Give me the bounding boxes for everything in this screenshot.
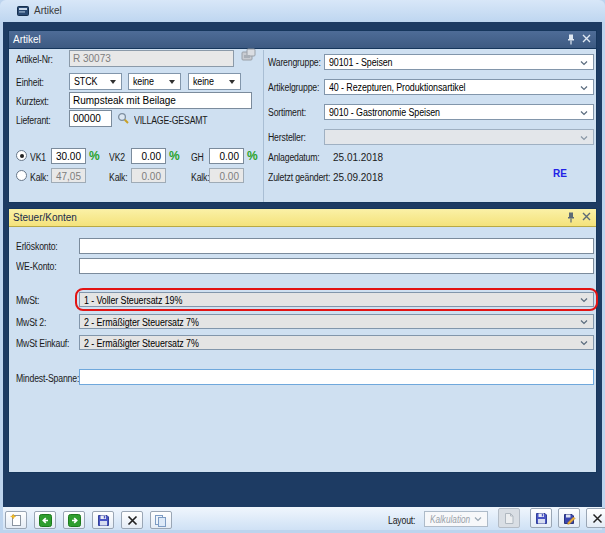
kurztext-label: Kurztext: bbox=[16, 96, 49, 107]
kalk2-field: 0.00 bbox=[131, 168, 166, 183]
warengruppe-label: Warengruppe: bbox=[268, 57, 321, 68]
dropdown-arrow-icon bbox=[110, 80, 116, 84]
delete-x-icon bbox=[126, 514, 139, 527]
delete-record-button[interactable] bbox=[121, 511, 143, 529]
panel-steuer-title: Steuer/Konten bbox=[13, 212, 77, 223]
panel-steuer-header: Steuer/Konten bbox=[9, 209, 596, 227]
vk2-label: VK2 bbox=[109, 152, 125, 163]
panel-artikel: Artikel Artikel-Nr: R 30073 Einheit: STC… bbox=[8, 30, 597, 203]
edit-layout-button[interactable] bbox=[558, 508, 580, 528]
zuletzt-geaendert-label: Zuletzt geändert: bbox=[268, 172, 330, 183]
page-icon bbox=[503, 512, 515, 525]
close-x-icon bbox=[591, 512, 604, 525]
window-title: Artikel bbox=[34, 5, 62, 16]
mwst2-label: MwSt 2: bbox=[16, 317, 46, 328]
arrow-left-icon bbox=[39, 514, 52, 527]
vk2-field[interactable]: 0.00 bbox=[131, 148, 166, 164]
chevron-down-icon bbox=[474, 515, 482, 523]
artikel-nr-field: R 30073 bbox=[69, 50, 234, 67]
article-card-icon[interactable] bbox=[241, 48, 257, 62]
close-layout-button[interactable] bbox=[586, 508, 605, 528]
hersteller-label: Hersteller: bbox=[268, 132, 306, 143]
kalk3-field: 0.00 bbox=[209, 168, 244, 183]
mwst-combo[interactable]: 1 - Voller Steuersatz 19% bbox=[79, 292, 594, 307]
save-edit-icon bbox=[563, 512, 576, 525]
gh-label: GH bbox=[191, 152, 204, 163]
chevron-down-icon bbox=[580, 59, 588, 67]
chevron-down-icon bbox=[580, 296, 588, 304]
anlagedatum-value: 25.01.2018 bbox=[333, 152, 383, 163]
we-konto-field[interactable] bbox=[79, 258, 594, 274]
mindest-spanne-label: Mindest-Spanne: bbox=[16, 373, 79, 384]
kalk2-label: Kalk: bbox=[109, 172, 127, 183]
mwst-einkauf-label: MwSt Einkauf: bbox=[16, 338, 69, 349]
save-record-button[interactable] bbox=[92, 511, 114, 529]
lieferant-label: Lieferant: bbox=[16, 115, 51, 126]
copy-record-button[interactable] bbox=[150, 511, 172, 529]
app-icon bbox=[17, 5, 31, 17]
layout-label: Layout: bbox=[388, 515, 415, 526]
arrow-right-icon bbox=[68, 514, 81, 527]
erloeskonto-label: Erlöskonto: bbox=[16, 241, 58, 252]
save-layout-button[interactable] bbox=[530, 508, 552, 528]
mindest-spanne-field[interactable] bbox=[79, 369, 594, 385]
close-panel-icon[interactable] bbox=[582, 212, 591, 223]
window-titlebar[interactable]: Artikel bbox=[0, 0, 605, 22]
erloeskonto-field[interactable] bbox=[79, 238, 594, 254]
artikelgruppe-combo[interactable]: 40 - Rezepturen, Produktionsartikel bbox=[324, 79, 594, 95]
window-artikel: Artikel Artikel Artikel-Nr: R 30073 Einh… bbox=[0, 0, 605, 533]
save-icon bbox=[535, 512, 548, 525]
close-panel-icon[interactable] bbox=[582, 34, 591, 45]
next-record-button[interactable] bbox=[63, 511, 85, 529]
panel-artikel-header: Artikel bbox=[9, 31, 596, 49]
einheit-label: Einheit: bbox=[16, 77, 44, 88]
percent-icon[interactable]: % bbox=[247, 149, 258, 163]
mwst-einkauf-combo[interactable]: 2 - Ermäßigter Steuersatz 7% bbox=[79, 335, 594, 350]
kurztext-field[interactable]: Rumpsteak mit Beilage bbox=[69, 92, 252, 109]
kalk3-label: Kalk: bbox=[191, 172, 209, 183]
percent-icon[interactable]: % bbox=[169, 149, 180, 163]
we-konto-label: WE-Konto: bbox=[16, 261, 57, 272]
mwst2-combo[interactable]: 2 - Ermäßigter Steuersatz 7% bbox=[79, 314, 594, 329]
lieferant-field[interactable]: 00000 bbox=[69, 110, 112, 127]
warengruppe-combo[interactable]: 90101 - Speisen bbox=[324, 54, 594, 70]
chevron-down-icon bbox=[580, 318, 588, 326]
layout-combo[interactable]: Kalkulation bbox=[424, 511, 488, 527]
dropdown-arrow-icon bbox=[169, 80, 175, 84]
hersteller-combo[interactable] bbox=[324, 129, 594, 145]
panel-divider bbox=[263, 50, 264, 202]
artikelgruppe-label: Artikelgruppe: bbox=[268, 82, 319, 93]
prev-record-button[interactable] bbox=[34, 511, 56, 529]
kalk1-field: 47,05 bbox=[51, 168, 86, 183]
lieferant-name: VILLAGE-GESAMT bbox=[134, 115, 207, 126]
bottom-toolbar: Layout: Kalkulation bbox=[3, 507, 602, 530]
pin-icon[interactable] bbox=[567, 34, 575, 45]
einheit-combo-2[interactable]: keine bbox=[128, 73, 181, 90]
gh-field[interactable]: 0.00 bbox=[209, 148, 244, 164]
vk1-field[interactable]: 30.00 bbox=[51, 148, 86, 164]
anlagedatum-label: Anlagedatum: bbox=[268, 152, 320, 163]
new-record-button[interactable] bbox=[5, 511, 27, 529]
panel-artikel-title: Artikel bbox=[13, 34, 41, 45]
mwst-label: MwSt: bbox=[16, 295, 39, 306]
sortiment-combo[interactable]: 9010 - Gastronomie Speisen bbox=[324, 104, 594, 120]
panel-steuer-konten: Steuer/Konten Erlöskonto: WE-Konto: MwSt… bbox=[8, 208, 597, 473]
pin-icon[interactable] bbox=[567, 212, 575, 223]
zuletzt-geaendert-value: 25.09.2018 bbox=[333, 172, 383, 183]
chevron-down-icon bbox=[580, 109, 588, 117]
chevron-down-icon bbox=[580, 339, 588, 347]
vk1-radio[interactable] bbox=[16, 150, 27, 161]
sortiment-label: Sortiment: bbox=[268, 107, 306, 118]
chevron-down-icon bbox=[580, 134, 588, 142]
percent-icon[interactable]: % bbox=[89, 149, 100, 163]
kalk1-label: Kalk: bbox=[30, 172, 48, 183]
artikel-nr-label: Artikel-Nr: bbox=[16, 54, 53, 65]
new-layout-button bbox=[498, 508, 520, 528]
search-icon[interactable] bbox=[117, 112, 130, 125]
dropdown-arrow-icon bbox=[229, 80, 235, 84]
kalk-radio[interactable] bbox=[16, 170, 27, 181]
vk1-label: VK1 bbox=[30, 152, 46, 163]
chevron-down-icon bbox=[580, 84, 588, 92]
einheit-combo-1[interactable]: STCK bbox=[69, 73, 122, 90]
einheit-combo-3[interactable]: keine bbox=[188, 73, 241, 90]
